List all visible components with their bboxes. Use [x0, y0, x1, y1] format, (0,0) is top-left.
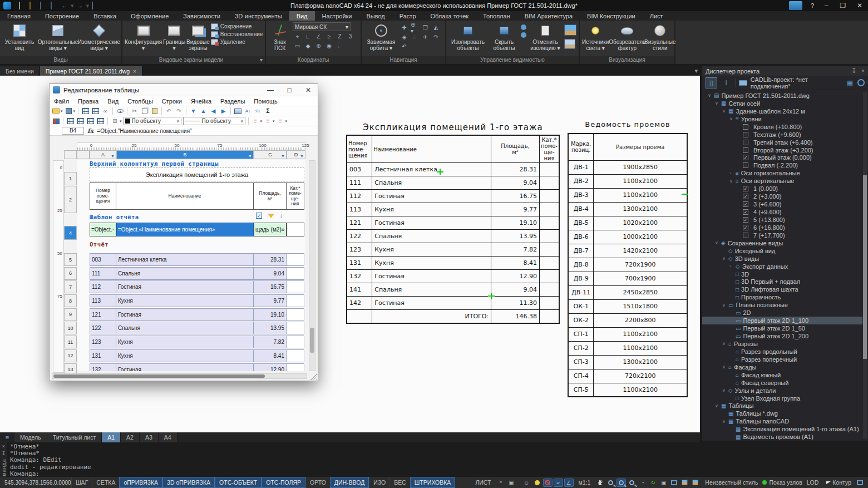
tree-item[interactable]: □ 3D Первый + подвал — [702, 278, 862, 286]
help-button[interactable]: ? — [807, 2, 818, 9]
tree-expander-icon[interactable]: ∨ — [722, 303, 728, 308]
cut-icon[interactable]: ✂ — [130, 107, 139, 115]
report-cell-category[interactable] — [287, 280, 304, 293]
report-cell-number[interactable]: 121 — [90, 308, 116, 321]
row-number-1[interactable]: 1 — [64, 172, 77, 185]
column-header-b[interactable]: B▼ — [116, 150, 254, 159]
borders-dropdown-icon[interactable]: ▾ — [120, 119, 122, 124]
panel-table-icon[interactable]: ▦ — [847, 79, 853, 87]
menu-item[interactable]: Помощь — [249, 98, 282, 105]
tree-item[interactable]: ∨ ≡ Уровни — [702, 115, 862, 123]
texture-browser-button[interactable]: Обозреватель фактур — [610, 22, 644, 56]
layout-tab[interactable]: А2 — [121, 432, 140, 442]
ribbon-tab[interactable]: Растр — [392, 11, 423, 21]
menu-item[interactable]: Правка — [73, 98, 103, 105]
report-cell-category[interactable] — [287, 267, 304, 280]
nav-tool-icon[interactable]: ◭ — [431, 23, 441, 32]
lock-ui-icon[interactable]: ▣ — [659, 479, 668, 487]
layout-tab[interactable]: Модель — [14, 432, 47, 442]
visibility-arrow2-icon[interactable] — [521, 32, 526, 38]
tree-expander-icon[interactable]: ∨ — [708, 93, 714, 98]
column-header-a[interactable]: A▼ — [90, 150, 116, 159]
tree-checkbox[interactable] — [743, 132, 748, 137]
report-cell-area[interactable]: 9.04 — [254, 267, 287, 280]
ribbon-tab[interactable]: Лист — [643, 11, 670, 21]
dialog-maximize-button[interactable]: □ — [280, 84, 299, 96]
orbit-icon[interactable]: ◔ — [638, 479, 647, 487]
current-style-label[interactable]: Неизвестный стиль — [701, 479, 762, 486]
insert-image-icon[interactable] — [234, 107, 242, 115]
nav-tool-icon[interactable]: ◈ — [400, 33, 409, 41]
ribbon-tab[interactable]: Настройки — [315, 11, 359, 21]
open-file-icon[interactable] — [29, 2, 37, 9]
align-dropdown-icon[interactable]: ▾ — [285, 119, 288, 124]
border-color-combo[interactable]: По объекту ∨ — [124, 117, 181, 125]
visual-style-cube-icon[interactable] — [680, 479, 689, 487]
ribbon-tab[interactable]: Построение — [38, 11, 86, 21]
status-toggle[interactable]: ОТС-ОБЪЕКТ — [215, 477, 262, 488]
borders-icon[interactable]: ⊞ — [111, 117, 119, 125]
ucs-tool-icon[interactable]: ∠ — [314, 32, 323, 41]
box-visible-icon[interactable] — [564, 24, 576, 36]
status-toggle[interactable]: ДИН-ВВОД — [330, 477, 369, 488]
report-cell-name[interactable]: Лестничная клетка — [116, 253, 254, 266]
tree-item[interactable]: ∨ ◈ Сохраненные виды — [702, 239, 862, 247]
formula-input[interactable]: =Object."Наименование помещения" — [97, 128, 191, 134]
template-checkbox[interactable]: ✓ — [256, 213, 262, 219]
ucs-tool-icon[interactable]: ▭ — [293, 42, 302, 50]
report-cell-number[interactable]: 113 — [90, 294, 116, 307]
app-widget-icon[interactable] — [789, 1, 802, 10]
tree-checkbox[interactable] — [743, 140, 748, 145]
doc-tab-primer-gost[interactable]: Пример ГОСТ 21.501-2011.dwg× — [40, 66, 142, 76]
save-icon[interactable] — [65, 107, 73, 115]
end-isolation-button[interactable]: Отменить изоляцию ▾ — [527, 22, 563, 56]
report-cell-name[interactable]: Спальня — [116, 322, 254, 334]
template-cell-d[interactable] — [287, 223, 304, 236]
layout-menu-icon[interactable]: ≡ — [0, 432, 14, 442]
status-toggle[interactable]: ШТРИХОВКА — [410, 477, 456, 488]
report-cell-category[interactable] — [287, 308, 304, 321]
template-cell-b-selected[interactable]: =Object.«Наименование помещения» — [116, 223, 254, 236]
dialog-minimize-button[interactable]: — — [261, 84, 280, 96]
fullscreen-icon[interactable] — [855, 479, 865, 487]
row-number-4[interactable]: 4 — [64, 226, 77, 240]
menu-item[interactable]: Разделы — [216, 98, 249, 105]
orbit-button[interactable]: Зависимая орбита ▾ — [364, 22, 398, 56]
report-cell-number[interactable]: 112 — [90, 280, 116, 293]
undo-icon[interactable]: ↶ — [165, 107, 173, 115]
cell-reference-box[interactable]: B4 — [62, 127, 84, 135]
clean-screen-icon[interactable] — [669, 479, 679, 487]
tree-item[interactable]: ∨ ◇ 3D виды — [702, 255, 862, 263]
tree-item[interactable]: Кровля (+10.800) — [702, 123, 862, 131]
row-number[interactable]: 7 — [64, 280, 77, 293]
ribbon-tab[interactable]: BIM Архитектура — [517, 11, 580, 21]
template-cell-a[interactable]: =Object.· — [90, 223, 116, 236]
status-toggle[interactable]: ИЗО — [369, 477, 389, 488]
tree-item[interactable]: ▭ Первый этаж 2D 1_100 — [702, 317, 862, 324]
ribbon-tab[interactable]: Оформление — [124, 11, 176, 21]
tree-item[interactable]: ⌂ Фасад северный — [702, 379, 862, 387]
move-row-up-icon[interactable]: ▲ — [199, 107, 208, 115]
tree-expander-icon[interactable]: ∨ — [722, 109, 728, 114]
tree-expander-icon[interactable]: ∨ — [722, 419, 728, 424]
ribbon-tab[interactable]: BIM Конструкции — [580, 11, 643, 21]
move-col-left-icon[interactable]: ◀ — [209, 107, 218, 115]
redo-icon[interactable]: → — [77, 2, 83, 9]
tree-item[interactable]: ⌂ Фасад южный — [702, 371, 862, 379]
move-row-down-icon[interactable]: ▼ — [189, 107, 198, 115]
vp-delete-button[interactable]: Удаление — [211, 39, 263, 45]
corner-header[interactable] — [64, 150, 77, 159]
cad-table-explication[interactable]: Экспликация помещений 1-го этажа Номер п… — [346, 122, 560, 324]
sort-az-icon[interactable]: А↓ — [244, 107, 252, 115]
open-dropdown-icon[interactable]: ▾ — [61, 109, 63, 114]
tree-item[interactable]: ▭ Первый этаж 2D 1_50 — [702, 324, 862, 332]
tree-checkbox[interactable] — [743, 162, 748, 168]
nav-tool-icon[interactable]: ∴ — [410, 33, 420, 41]
tree-item[interactable]: ▦ Экспликация помещений 1-го этажа (А1) — [702, 425, 862, 433]
align-top-icon[interactable]: ≡ — [251, 117, 260, 125]
zoom-window-icon[interactable] — [617, 479, 626, 487]
tree-item[interactable]: ✓ 2 (+3.000) — [702, 193, 862, 200]
report-cell-area[interactable]: 13.95 — [254, 322, 287, 334]
zoom-icon[interactable] — [606, 479, 615, 487]
ucs-tool-icon[interactable]: ⊕ — [314, 42, 323, 50]
